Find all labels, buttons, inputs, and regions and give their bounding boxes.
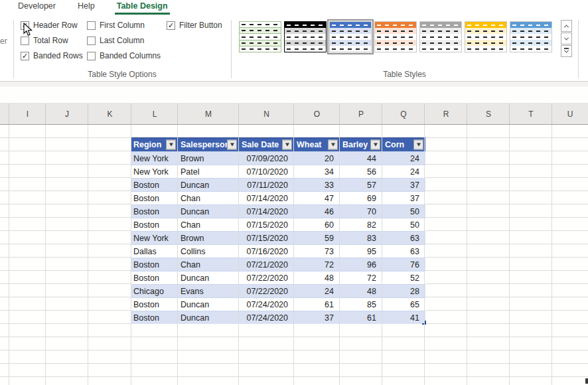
gallery-scroll-up-button[interactable] [561, 20, 572, 32]
table-cell[interactable]: 69 [340, 192, 382, 204]
table-style-thumbnail-light-green-grid-style[interactable] [239, 21, 281, 52]
checkbox-checked-icon[interactable]: ✓ [21, 21, 29, 30]
table-cell[interactable]: 07/16/2020 [239, 245, 294, 258]
table-cell[interactable]: 85 [340, 298, 382, 311]
checkbox-row-total-row[interactable]: Total Row [21, 35, 83, 46]
table-cell[interactable]: Boston [131, 258, 178, 271]
table-style-thumbnail-blue-medium-style[interactable] [329, 21, 372, 52]
checkbox-unchecked-icon[interactable] [87, 52, 96, 60]
table-cell[interactable]: 07/24/2020 [239, 311, 294, 324]
checkbox-row-filter-button[interactable]: ✓Filter Button [167, 20, 222, 31]
column-header-M[interactable]: M [178, 104, 239, 124]
table-cell[interactable]: 48 [294, 271, 340, 284]
table-cell[interactable]: Boston [131, 192, 178, 204]
checkbox-row-banded-columns[interactable]: Banded Columns [87, 50, 161, 61]
checkbox-row-first-column[interactable]: First Column [87, 20, 161, 31]
table-cell[interactable]: 63 [382, 245, 425, 258]
table-cell[interactable]: 24 [382, 152, 425, 165]
table-style-thumbnail-light-blue-medium-style[interactable] [510, 21, 552, 52]
table-cell[interactable]: 07/14/2020 [239, 192, 294, 204]
table-cell[interactable]: 24 [382, 165, 425, 178]
column-header-J[interactable]: J [46, 104, 88, 124]
table-style-thumbnail-black-style[interactable] [284, 21, 327, 52]
table-cell[interactable]: 07/15/2020 [239, 232, 294, 244]
filter-dropdown-button[interactable] [282, 140, 292, 150]
checkbox-row-header-row[interactable]: ✓Header Row [21, 20, 83, 31]
table-cell[interactable]: 20 [294, 152, 340, 165]
column-header-P[interactable]: P [340, 104, 382, 124]
table-cell[interactable]: Collins [178, 245, 239, 258]
column-header-N[interactable]: N [239, 104, 294, 124]
table-cell[interactable]: 72 [294, 258, 340, 271]
checkbox-unchecked-icon[interactable] [21, 37, 29, 45]
table-cell[interactable]: Duncan [178, 205, 239, 218]
table-cell[interactable]: 59 [294, 232, 340, 244]
table-cell[interactable]: 61 [340, 311, 382, 324]
table-cell[interactable]: 33 [294, 179, 340, 191]
table-cell[interactable]: 56 [340, 165, 382, 178]
table-cell[interactable]: 50 [382, 218, 425, 231]
ribbon-tab-table-design[interactable]: Table Design [115, 0, 170, 15]
table-cell[interactable]: Brown [178, 232, 239, 244]
table-cell[interactable]: Chan [178, 192, 239, 204]
table-cell[interactable]: New York [131, 152, 178, 165]
table-cell[interactable]: Duncan [178, 311, 239, 324]
table-cell[interactable]: 07/22/2020 [239, 285, 294, 297]
table-cell[interactable]: New York [131, 165, 178, 178]
filter-dropdown-button[interactable] [166, 140, 176, 150]
table-cell[interactable]: Brown [178, 152, 239, 165]
table-cell[interactable]: Dallas [131, 245, 178, 258]
table-cell[interactable]: 07/24/2020 [239, 298, 294, 311]
filter-dropdown-button[interactable] [413, 140, 423, 150]
table-header-cell-corn[interactable]: Corn [382, 138, 425, 151]
column-header-S[interactable]: S [467, 104, 510, 124]
table-cell[interactable]: New York [131, 232, 178, 244]
table-cell[interactable]: 46 [294, 205, 340, 218]
table-cell[interactable]: 96 [340, 258, 382, 271]
formula-bar[interactable] [0, 87, 588, 104]
table-cell[interactable]: Chicago [131, 285, 178, 297]
table-cell[interactable]: 24 [294, 285, 340, 297]
table-cell[interactable]: 50 [382, 205, 425, 218]
table-cell[interactable]: 73 [294, 245, 340, 258]
table-cell[interactable]: 07/22/2020 [239, 271, 294, 284]
table-cell[interactable]: 07/14/2020 [239, 205, 294, 218]
column-header-R[interactable]: R [425, 104, 467, 124]
table-cell[interactable]: Boston [131, 298, 178, 311]
table-cell[interactable]: 52 [382, 271, 425, 284]
checkbox-checked-icon[interactable]: ✓ [21, 52, 29, 60]
table-header-cell-sale-date[interactable]: Sale Date [239, 138, 294, 151]
checkbox-row-last-column[interactable]: Last Column [87, 35, 161, 46]
table-cell[interactable]: Patel [178, 165, 239, 178]
table-cell[interactable]: Chan [178, 258, 239, 271]
table-cell[interactable]: 41 [382, 311, 425, 324]
table-cell[interactable]: 07/15/2020 [239, 218, 294, 231]
table-cell[interactable]: Duncan [178, 298, 239, 311]
table-cell[interactable]: 44 [340, 152, 382, 165]
table-style-thumbnail-gray-medium-style[interactable] [419, 21, 462, 52]
table-cell[interactable]: Boston [131, 205, 178, 218]
table-cell[interactable]: 37 [382, 179, 425, 191]
table-header-cell-barley[interactable]: Barley [340, 138, 382, 151]
filter-dropdown-button[interactable] [227, 140, 237, 150]
table-cell[interactable]: 07/10/2020 [239, 165, 294, 178]
table-cell[interactable]: 07/21/2020 [239, 258, 294, 271]
table-cell[interactable]: 70 [340, 205, 382, 218]
ribbon-tab-help[interactable]: Help [76, 0, 97, 15]
column-header-I[interactable]: I [9, 104, 46, 124]
table-cell[interactable]: 63 [382, 232, 425, 244]
table-cell[interactable]: 95 [340, 245, 382, 258]
filter-dropdown-button[interactable] [370, 140, 380, 150]
column-header-L[interactable]: L [131, 104, 178, 124]
table-cell[interactable]: 61 [294, 298, 340, 311]
column-header-T[interactable]: T [510, 104, 552, 124]
table-cell[interactable]: Duncan [178, 179, 239, 191]
table-cell[interactable]: 48 [340, 285, 382, 297]
table-cell[interactable]: 82 [340, 218, 382, 231]
table-cell[interactable]: Boston [131, 218, 178, 231]
table-cell[interactable]: 07/09/2020 [239, 152, 294, 165]
table-cell[interactable]: 72 [340, 271, 382, 284]
table-header-cell-wheat[interactable]: Wheat [294, 138, 340, 151]
table-cell[interactable]: Duncan [178, 271, 239, 284]
gallery-more-button[interactable] [561, 45, 572, 57]
